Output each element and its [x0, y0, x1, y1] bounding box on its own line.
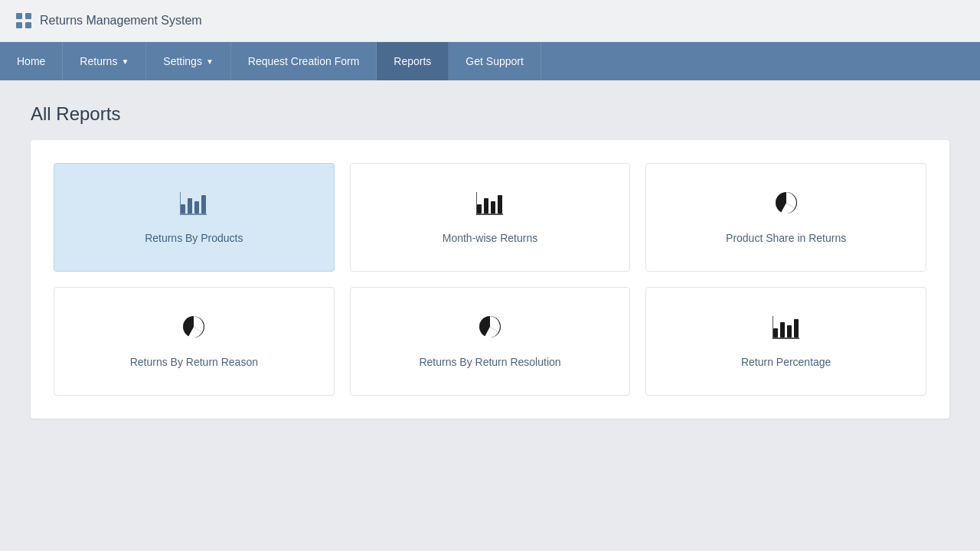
- report-card-month-wise-returns[interactable]: Month-wise Returns: [350, 163, 631, 272]
- svg-rect-19: [773, 328, 778, 337]
- reports-container: Returns By Products Month-wise Returns: [31, 140, 949, 419]
- svg-rect-1: [25, 13, 31, 19]
- nav-item-returns[interactable]: Returns ▼: [63, 42, 146, 80]
- svg-rect-6: [194, 201, 199, 214]
- bar-chart-icon: [180, 191, 207, 221]
- svg-rect-7: [201, 195, 206, 214]
- report-card-label: Return Percentage: [741, 356, 831, 368]
- svg-rect-21: [787, 325, 792, 337]
- svg-rect-0: [16, 13, 22, 19]
- nav-item-home[interactable]: Home: [0, 42, 63, 80]
- svg-rect-5: [188, 198, 192, 214]
- pie-chart-icon-2: [181, 315, 207, 345]
- bar-chart-icon-2: [476, 191, 504, 221]
- report-card-product-share[interactable]: Product Share in Returns: [645, 163, 926, 272]
- settings-dropdown-chevron: ▼: [206, 57, 214, 66]
- report-card-return-reason[interactable]: Returns By Return Reason: [54, 287, 335, 396]
- svg-rect-10: [477, 204, 482, 214]
- report-card-label: Returns By Return Resolution: [419, 356, 560, 368]
- reports-grid: Returns By Products Month-wise Returns: [54, 163, 926, 396]
- page-title: All Reports: [31, 103, 949, 125]
- svg-rect-13: [498, 195, 502, 214]
- pie-chart-icon: [773, 191, 799, 221]
- svg-rect-4: [181, 204, 185, 214]
- report-card-return-percentage[interactable]: Return Percentage: [645, 287, 926, 396]
- app-logo: Returns Management System: [15, 12, 202, 29]
- main-content: All Reports Returns By Products: [0, 80, 980, 442]
- top-bar: Returns Management System: [0, 0, 980, 42]
- report-card-label: Month-wise Returns: [443, 232, 538, 244]
- report-card-label: Product Share in Returns: [726, 232, 846, 244]
- report-card-label: Returns By Products: [145, 232, 243, 244]
- nav-item-reports[interactable]: Reports: [377, 42, 449, 80]
- svg-rect-3: [25, 22, 31, 28]
- report-card-return-resolution[interactable]: Returns By Return Resolution: [350, 287, 631, 396]
- svg-rect-2: [16, 22, 22, 28]
- pie-chart-icon-3: [477, 315, 503, 345]
- report-card-label: Returns By Return Reason: [130, 356, 258, 368]
- svg-rect-20: [780, 322, 785, 337]
- nav-item-get-support[interactable]: Get Support: [449, 42, 541, 80]
- logo-icon: [15, 12, 32, 29]
- svg-rect-11: [484, 198, 488, 214]
- app-title: Returns Management System: [40, 14, 202, 28]
- nav-item-settings[interactable]: Settings ▼: [146, 42, 231, 80]
- returns-dropdown-chevron: ▼: [121, 57, 129, 66]
- svg-rect-22: [794, 319, 799, 337]
- nav-item-request-creation-form[interactable]: Request Creation Form: [231, 42, 377, 80]
- bar-chart-icon-3: [773, 315, 800, 345]
- report-card-returns-by-products[interactable]: Returns By Products: [54, 163, 335, 272]
- svg-rect-12: [491, 201, 495, 214]
- nav-bar: Home Returns ▼ Settings ▼ Request Creati…: [0, 42, 980, 80]
